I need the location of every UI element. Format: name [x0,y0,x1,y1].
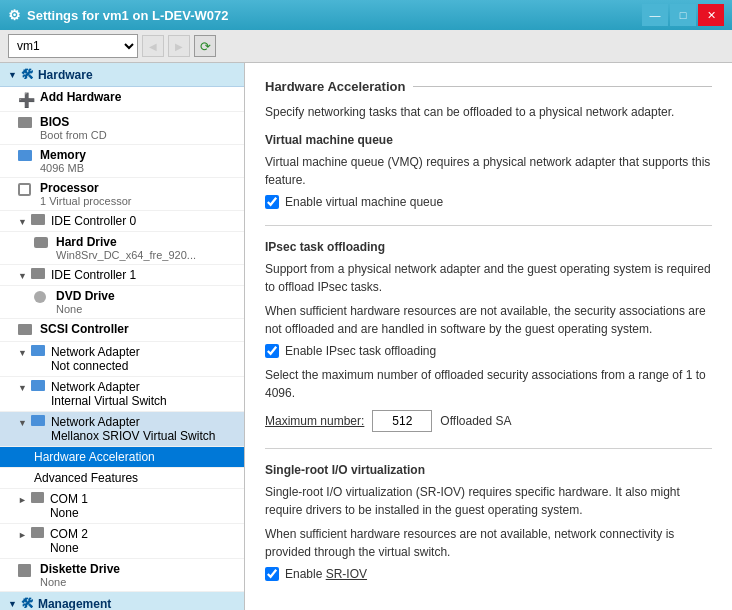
memory-icon [18,150,34,164]
diskette-sub: None [40,576,236,588]
vm-selector[interactable]: vm1 [8,34,138,58]
sidebar-item-dvd[interactable]: DVD Drive None [0,286,244,319]
ipsec-range-desc: Select the maximum number of offloaded s… [265,366,712,402]
bios-label: BIOS [40,115,236,129]
ipsec-title: IPsec task offloading [265,240,712,254]
sriov-section: Single-root I/O virtualization Single-ro… [265,463,712,581]
network1-expand-icon: ▼ [18,348,27,358]
ide0-icon [31,214,45,228]
sriov-checkbox[interactable] [265,567,279,581]
harddrive-icon [34,237,50,251]
sriov-title: Single-root I/O virtualization [265,463,712,477]
network1-sub: Not connected [51,359,140,373]
main-panel: Hardware Acceleration Specify networking… [245,63,732,610]
forward-button[interactable]: ▶ [168,35,190,57]
sidebar-item-ide1[interactable]: ▼ IDE Controller 1 [0,265,244,286]
network3-expand-icon: ▼ [18,418,27,428]
adv-features-label: Advanced Features [34,471,236,485]
max-number-label: Maximum number: [265,414,364,428]
network2-sub: Internal Virtual Switch [51,394,167,408]
dvd-label: DVD Drive [56,289,236,303]
refresh-button[interactable]: ⟳ [194,35,216,57]
network3-icon [31,415,45,429]
add-hardware-label: Add Hardware [40,90,236,104]
memory-label: Memory [40,148,236,162]
sidebar-item-adv-features[interactable]: Advanced Features [0,468,244,489]
sidebar-item-network1[interactable]: ▼ Network Adapter Not connected [0,342,244,377]
scsi-icon [18,324,34,338]
section-title: Hardware Acceleration [265,79,712,94]
ide1-expand-icon: ▼ [18,271,27,281]
window-title: Settings for vm1 on L-DEV-W072 [27,8,229,23]
sidebar-item-scsi[interactable]: SCSI Controller [0,319,244,342]
ipsec-checkbox-label[interactable]: Enable IPsec task offloading [285,344,436,358]
sriov-checkbox-row: Enable SR-IOV [265,567,712,581]
processor-icon [18,183,34,199]
vmq-desc: Virtual machine queue (VMQ) requires a p… [265,153,712,189]
memory-sub: 4096 MB [40,162,236,174]
sidebar-item-bios[interactable]: BIOS Boot from CD [0,112,244,145]
hardware-expand-icon: ▼ [8,70,17,80]
diskette-label: Diskette Drive [40,562,236,576]
sidebar-item-network2[interactable]: ▼ Network Adapter Internal Virtual Switc… [0,377,244,412]
network1-icon [31,345,45,359]
vmq-title: Virtual machine queue [265,133,712,147]
sidebar-item-com2[interactable]: ► COM 2 None [0,524,244,559]
sidebar-item-processor[interactable]: Processor 1 Virtual processor [0,178,244,211]
section-desc: Specify networking tasks that can be off… [265,104,712,121]
sidebar-item-memory[interactable]: Memory 4096 MB [0,145,244,178]
sidebar-item-ide0[interactable]: ▼ IDE Controller 0 [0,211,244,232]
max-number-input[interactable] [372,410,432,432]
management-expand-icon: ▼ [8,599,17,609]
com1-icon [31,492,44,506]
ide1-icon [31,268,45,282]
ipsec-desc1: Support from a physical network adapter … [265,260,712,296]
sidebar-item-add-hardware[interactable]: ➕ Add Hardware [0,87,244,112]
ipsec-number-row: Maximum number: Offloaded SA [265,410,712,432]
com2-sub: None [50,541,88,555]
com2-expand-icon: ► [18,530,27,540]
com2-icon [31,527,44,541]
maximize-button[interactable]: □ [670,4,696,26]
hw-accel-label: Hardware Acceleration [34,450,236,464]
network1-label: Network Adapter [51,345,140,359]
sidebar-item-hw-accel[interactable]: Hardware Acceleration [0,447,244,468]
minimize-button[interactable]: — [642,4,668,26]
vmq-checkbox-row: Enable virtual machine queue [265,195,712,209]
management-section-header[interactable]: ▼ 🛠 Management [0,592,244,610]
network2-expand-icon: ▼ [18,383,27,393]
ide0-expand-icon: ▼ [18,217,27,227]
hardware-section-header[interactable]: ▼ 🛠 Hardware [0,63,244,87]
dvd-sub: None [56,303,236,315]
sidebar-item-harddrive[interactable]: Hard Drive Win8Srv_DC_x64_fre_920... [0,232,244,265]
add-hardware-icon: ➕ [18,92,34,108]
network2-icon [31,380,45,394]
sriov-desc1: Single-root I/O virtualization (SR-IOV) … [265,483,712,519]
harddrive-sub: Win8Srv_DC_x64_fre_920... [56,249,236,261]
network3-label: Network Adapter [51,415,216,429]
sidebar-item-network3[interactable]: ▼ Network Adapter Mellanox SRIOV Virtual… [0,412,244,447]
com1-label: COM 1 [50,492,88,506]
ipsec-checkbox[interactable] [265,344,279,358]
network3-sub: Mellanox SRIOV Virtual Switch [51,429,216,443]
diskette-icon [18,564,34,580]
back-button[interactable]: ◀ [142,35,164,57]
ipsec-section: IPsec task offloading Support from a phy… [265,240,712,432]
bios-icon [18,117,34,131]
com2-label: COM 2 [50,527,88,541]
harddrive-label: Hard Drive [56,235,236,249]
vmq-checkbox[interactable] [265,195,279,209]
close-button[interactable]: ✕ [698,4,724,26]
scsi-label: SCSI Controller [40,322,236,336]
app-icon: ⚙ [8,7,21,23]
hardware-section-label: Hardware [38,68,93,82]
offload-suffix: Offloaded SA [440,414,511,428]
com1-sub: None [50,506,88,520]
sriov-checkbox-label[interactable]: Enable SR-IOV [285,567,367,581]
sriov-desc2: When sufficient hardware resources are n… [265,525,712,561]
toolbar: vm1 ◀ ▶ ⟳ [0,30,732,63]
sidebar-item-diskette[interactable]: Diskette Drive None [0,559,244,592]
sidebar-item-com1[interactable]: ► COM 1 None [0,489,244,524]
sidebar: ▼ 🛠 Hardware ➕ Add Hardware BIOS Boot fr… [0,63,245,610]
vmq-checkbox-label[interactable]: Enable virtual machine queue [285,195,443,209]
